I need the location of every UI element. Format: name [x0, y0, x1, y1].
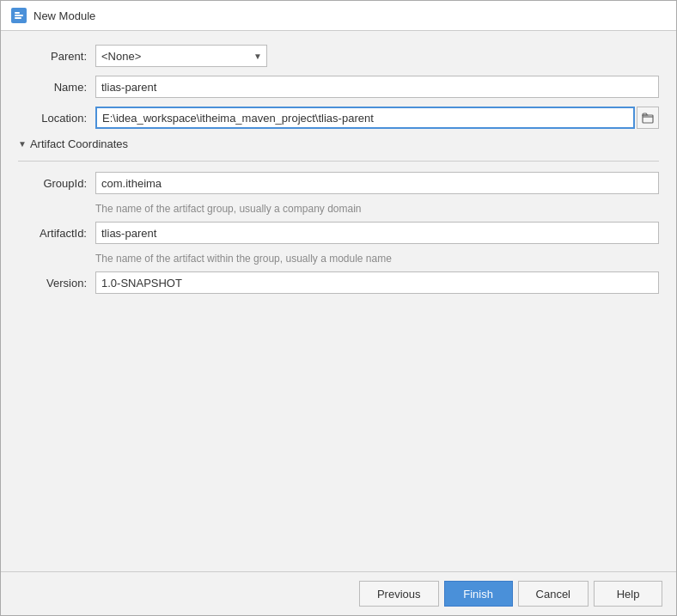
groupid-hint: The name of the artifact group, usually … [95, 203, 659, 215]
help-button[interactable]: Help [594, 581, 662, 607]
version-label: Version: [18, 277, 95, 290]
new-module-dialog: New Module Parent: <None> ▼ Name: [0, 0, 677, 616]
name-label: Name: [18, 81, 95, 94]
artifact-section-header: ▼ Artifact Coordinates [18, 137, 659, 150]
artifact-section-title: Artifact Coordinates [30, 137, 128, 150]
browse-button[interactable] [637, 107, 659, 129]
svg-rect-4 [643, 115, 653, 123]
groupid-field [95, 172, 659, 194]
artifactid-input[interactable] [95, 222, 659, 244]
name-row: Name: [18, 76, 659, 98]
dialog-icon [11, 8, 27, 23]
parent-label: Parent: [18, 50, 95, 63]
previous-button[interactable]: Previous [359, 581, 439, 607]
parent-select-wrapper: <None> ▼ [95, 45, 267, 67]
collapse-arrow-icon[interactable]: ▼ [18, 139, 27, 149]
groupid-input[interactable] [95, 172, 659, 194]
parent-field: <None> ▼ [95, 45, 659, 67]
groupid-label: GroupId: [18, 177, 95, 190]
svg-rect-2 [15, 15, 23, 16]
finish-button[interactable]: Finish [444, 581, 513, 607]
version-field [95, 271, 659, 294]
artifactid-label: ArtifactId: [18, 227, 95, 240]
name-field [95, 76, 659, 98]
cancel-button[interactable]: Cancel [518, 581, 589, 607]
location-field-wrapper [95, 107, 659, 129]
location-row: Location: [18, 107, 659, 129]
section-divider [18, 161, 659, 162]
artifactid-row: ArtifactId: [18, 222, 659, 244]
svg-rect-3 [15, 17, 21, 19]
dialog-title: New Module [34, 9, 95, 22]
parent-row: Parent: <None> ▼ [18, 45, 659, 67]
svg-rect-1 [15, 12, 20, 14]
parent-select[interactable]: <None> [95, 45, 267, 67]
location-label: Location: [18, 112, 95, 125]
name-input[interactable] [95, 76, 659, 98]
dialog-content: Parent: <None> ▼ Name: Location: [1, 31, 676, 571]
version-input[interactable] [95, 271, 659, 294]
version-row: Version: [18, 271, 659, 294]
dialog-footer: Previous Finish Cancel Help [1, 571, 676, 615]
groupid-row: GroupId: [18, 172, 659, 194]
artifactid-hint: The name of the artifact within the grou… [95, 253, 659, 265]
title-bar: New Module [1, 1, 676, 31]
artifactid-field [95, 222, 659, 244]
location-input[interactable] [95, 107, 635, 129]
